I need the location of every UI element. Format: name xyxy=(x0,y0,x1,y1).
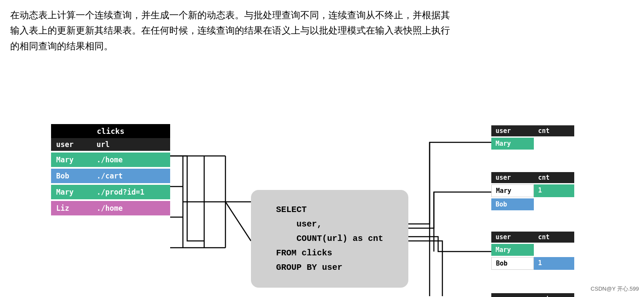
result-2-row-2: Bob 1 xyxy=(491,198,574,210)
result-2-row-2-user: Bob xyxy=(491,198,534,210)
result-1-header: user cnt xyxy=(491,125,574,136)
result-2-row-1-cnt: 1 xyxy=(534,184,574,197)
clicks-row-4-user: Liz xyxy=(51,201,91,215)
result-4-col-cnt: cnt xyxy=(534,293,574,297)
desc-line1: 在动态表上计算一个连续查询，并生成一个新的动态表。与批处理查询不同，连续查询从不… xyxy=(10,8,634,23)
diagram-area: clicks user url Mary ./home Bob ./cart M… xyxy=(0,58,644,296)
result-1-col-cnt: cnt xyxy=(534,125,574,136)
sql-box: SELECT user, COUNT(url) as cnt FROM clic… xyxy=(251,190,408,288)
clicks-row-1-url: ./home xyxy=(91,153,170,167)
svg-line-9 xyxy=(225,202,251,241)
result-3-row-2: Bob 1 xyxy=(491,257,574,270)
result-2-col-cnt: cnt xyxy=(534,172,574,183)
clicks-table-title: clicks xyxy=(51,124,170,138)
clicks-row-3-url: ./prod?id=1 xyxy=(91,185,170,199)
result-1-row-1: Mary 1 xyxy=(491,138,574,150)
result-4-header: user cnt xyxy=(491,293,574,297)
watermark: CSDN@Y 开心.599 xyxy=(591,285,639,293)
clicks-row-2-user: Bob xyxy=(51,169,91,183)
result-2-row-1: Mary 1 xyxy=(491,184,574,197)
result-2-col-user: user xyxy=(491,172,534,183)
result-2-header: user cnt xyxy=(491,172,574,183)
clicks-col-url: url xyxy=(91,138,170,151)
result-3-col-user: user xyxy=(491,232,534,243)
result-4-col-user: user xyxy=(491,293,534,297)
clicks-row-4-url: ./home xyxy=(91,201,170,215)
result-2-row-1-user: Mary xyxy=(491,184,534,197)
result-3-row-2-cnt: 1 xyxy=(534,257,574,270)
desc-line2: 输入表上的更新更新其结果表。在任何时候，连续查询的结果在语义上与以批处理模式在输… xyxy=(10,23,634,38)
result-table-4: user cnt Mary 2 Bob 1 xyxy=(491,293,574,297)
clicks-table-header: user url xyxy=(51,138,170,151)
result-table-2: user cnt Mary 1 Bob 1 xyxy=(491,172,574,210)
clicks-table: clicks user url Mary ./home Bob ./cart M… xyxy=(51,124,170,215)
result-3-row-2-user: Bob xyxy=(491,257,534,270)
clicks-row-1: Mary ./home xyxy=(51,153,170,167)
result-3-row-1: Mary 2 xyxy=(491,244,574,256)
result-table-1: user cnt Mary 1 xyxy=(491,125,574,150)
clicks-row-4: Liz ./home xyxy=(51,201,170,215)
result-1-row-1-cnt: 1 xyxy=(534,138,574,150)
description-block: 在动态表上计算一个连续查询，并生成一个新的动态表。与批处理查询不同，连续查询从不… xyxy=(0,0,644,58)
clicks-row-2: Bob ./cart xyxy=(51,169,170,183)
result-3-header: user cnt xyxy=(491,232,574,243)
desc-line3: 的相同查询的结果相同。 xyxy=(10,39,634,54)
clicks-row-1-user: Mary xyxy=(51,153,91,167)
result-3-row-1-user: Mary xyxy=(491,244,534,256)
result-table-3: user cnt Mary 2 Bob 1 xyxy=(491,232,574,270)
clicks-row-3: Mary ./prod?id=1 xyxy=(51,185,170,199)
result-1-col-user: user xyxy=(491,125,534,136)
clicks-col-user: user xyxy=(51,138,91,151)
result-2-row-2-cnt: 1 xyxy=(534,198,574,210)
clicks-row-3-user: Mary xyxy=(51,185,91,199)
result-3-row-1-cnt: 2 xyxy=(534,244,574,256)
result-3-col-cnt: cnt xyxy=(534,232,574,243)
clicks-row-2-url: ./cart xyxy=(91,169,170,183)
sql-code: SELECT user, COUNT(url) as cnt FROM clic… xyxy=(276,203,383,275)
result-1-row-1-user: Mary xyxy=(491,138,534,150)
